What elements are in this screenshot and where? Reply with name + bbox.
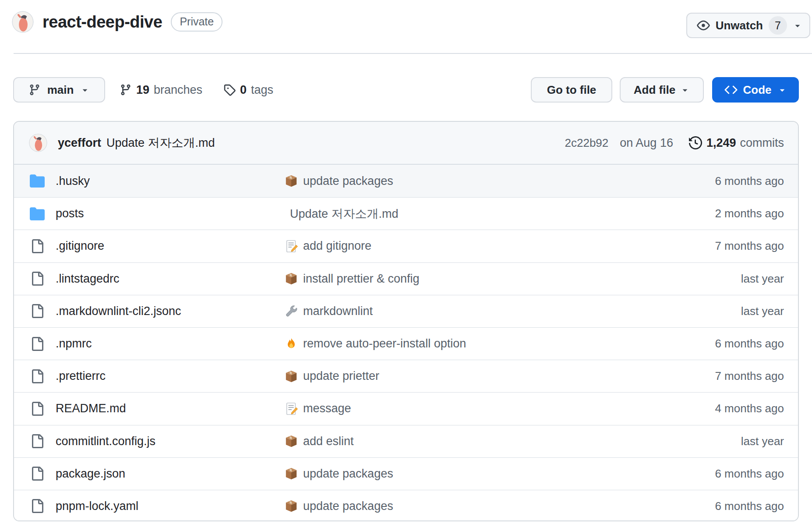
history-icon [689,136,702,149]
file-row: .npmrc remove auto-peer-install option 6… [14,327,798,360]
commit-emoji [285,499,298,513]
row-commit-message[interactable]: update packages [303,467,393,481]
branches-link[interactable]: 19 branches [120,77,202,103]
chevron-down-icon [793,21,802,30]
file-icon [30,499,44,513]
watch-count-badge: 7 [769,16,787,35]
fire-emoji [285,337,298,350]
file-name-link[interactable]: .husky [56,174,90,188]
file-name-link[interactable]: package.json [56,467,125,481]
row-type-icon [30,304,45,319]
commit-emoji [285,337,298,350]
commit-emoji [285,370,298,383]
row-commit-message[interactable]: add gitignore [303,239,371,253]
visibility-badge: Private [171,12,222,32]
row-commit-message[interactable]: remove auto-peer-install option [303,337,466,350]
repo-name[interactable]: react-deep-dive [42,13,162,32]
row-commit-message[interactable]: message [303,402,351,415]
file-row: .prettierrc update prietter 7 months ago [14,360,798,392]
code-label: Code [743,83,772,97]
row-commit-message[interactable]: update packages [303,174,393,188]
row-commit-message[interactable]: update packages [303,499,393,513]
commit-history-link[interactable]: 1,249 commits [689,136,784,150]
commit-meta: 2c22b92 on Aug 16 1,249 commits [565,136,784,150]
row-type-icon [30,401,45,416]
row-commit-time: last year [644,304,784,318]
row-commit-message[interactable]: markdownlint [303,304,373,318]
git-branch-icon [28,84,41,96]
commit-emoji [285,272,298,285]
file-icon [30,304,44,318]
row-commit-time: 6 months ago [644,174,784,188]
file-name-link[interactable]: .lintstagedrc [56,272,120,286]
row-commit-time: 2 months ago [644,207,784,220]
tags-count: 0 [240,83,247,97]
folder-icon [30,173,45,188]
row-type-icon [30,271,45,286]
file-name-link[interactable]: .markdownlint-cli2.jsonc [56,304,181,318]
file-row: .gitignore add gitignore 7 months ago [14,230,798,262]
chevron-down-icon [80,85,90,95]
go-to-file-button[interactable]: Go to file [531,77,612,103]
avatar-image [29,134,47,152]
repo-owner-avatar[interactable] [12,11,34,33]
file-name-link[interactable]: .gitignore [56,239,104,253]
row-commit-time: 6 months ago [644,467,784,481]
tags-link[interactable]: 0 tags [223,77,273,103]
file-row: README.md message 4 months ago [14,392,798,425]
commit-emoji [285,304,298,318]
row-commit-message[interactable]: Update 저자소개.md [290,206,399,222]
row-type-icon [30,336,45,351]
file-name-link[interactable]: posts [56,207,84,220]
commits-label: commits [740,136,784,150]
code-icon [724,83,738,96]
row-commit-time: 4 months ago [644,402,784,415]
row-commit-message[interactable]: install prettier & config [303,272,420,286]
package-emoji [285,272,298,285]
row-type-icon [30,173,45,188]
commit-sha[interactable]: 2c22b92 [565,136,609,150]
file-name-link[interactable]: commitlint.config.js [56,435,155,448]
row-commit-message[interactable]: update prietter [303,369,379,383]
commit-author-avatar[interactable] [29,134,47,152]
add-file-button[interactable]: Add file [620,77,704,103]
commit-emoji [285,467,298,480]
repo-header: react-deep-dive Private [12,11,222,33]
file-name-link[interactable]: README.md [56,402,126,415]
commit-message[interactable]: Update 저자소개.md [106,135,215,151]
chevron-down-icon [777,85,787,95]
repo-page: react-deep-dive Private Unwatch 7 main 1… [0,0,812,531]
code-button[interactable]: Code [712,77,799,103]
row-type-icon [30,434,45,449]
row-commit-time: 6 months ago [644,337,784,350]
add-file-label: Add file [634,83,675,97]
package-emoji [285,174,298,188]
row-commit-message[interactable]: add eslint [303,435,354,448]
row-type-icon [30,369,45,384]
commit-author[interactable]: yceffort [58,136,101,150]
file-icon [30,402,44,416]
file-row: commitlint.config.js add eslint last yea… [14,425,798,457]
file-icon [30,239,44,253]
package-emoji [285,435,298,448]
branch-selector-button[interactable]: main [13,77,105,103]
file-icon [30,337,44,351]
unwatch-button[interactable]: Unwatch 7 [686,13,810,38]
commit-emoji [285,402,298,415]
file-row: package.json update packages 6 months ag… [14,457,798,490]
file-name-link[interactable]: .prettierrc [56,369,106,383]
row-type-icon [30,466,45,481]
file-name-link[interactable]: pnpm-lock.yaml [56,499,138,513]
commit-emoji [285,240,298,253]
avatar-image [12,11,34,33]
unwatch-label: Unwatch [716,19,763,32]
commit-date: on Aug 16 [620,136,673,150]
commits-count: 1,249 [706,136,736,150]
file-icon [30,369,44,383]
file-name-link[interactable]: .npmrc [56,337,92,350]
commit-emoji [285,435,298,448]
git-branch-icon [120,84,132,96]
package-emoji [285,499,298,513]
file-row: .husky update packages 6 months ago [14,165,798,197]
tag-icon [223,84,236,96]
